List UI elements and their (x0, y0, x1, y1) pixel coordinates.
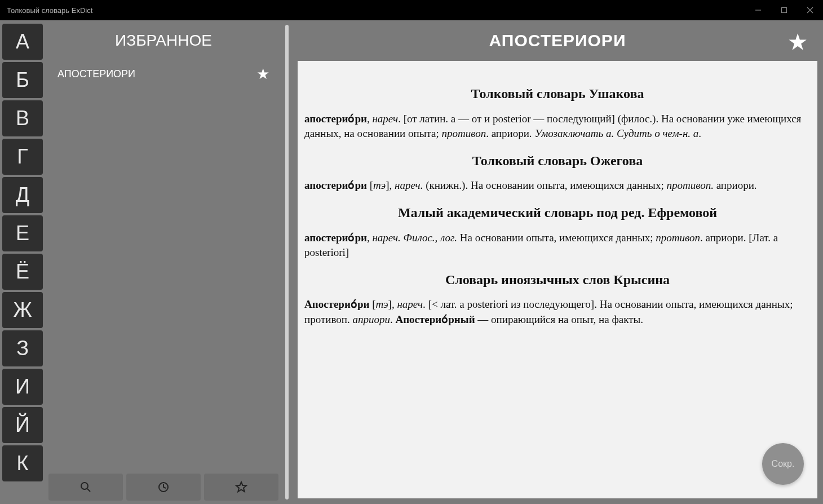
article-header: АПОСТЕРИОРИ ★ (292, 20, 823, 61)
svg-point-4 (81, 483, 88, 489)
maximize-button[interactable] (771, 0, 797, 20)
close-icon (807, 7, 813, 14)
favorites-header: ИЗБРАННОЕ (45, 20, 282, 61)
alphabet-column: АБВГДЕЁЖЗИЙК (0, 20, 45, 504)
app-body: АБВГДЕЁЖЗИЙК ИЗБРАННОЕ АПОСТЕРИОРИ★ АПОС… (0, 20, 823, 504)
minimize-button[interactable] (745, 0, 771, 20)
alpha-letter-Й[interactable]: Й (2, 407, 43, 443)
panel-divider[interactable] (285, 25, 289, 499)
dictionary-entry: апостерио́ри, нареч. Филос., лог. На осн… (304, 231, 811, 260)
favorites-tab[interactable] (204, 474, 278, 501)
alpha-letter-Е[interactable]: Е (2, 215, 43, 251)
article-title: АПОСТЕРИОРИ (489, 31, 626, 50)
favorite-word: АПОСТЕРИОРИ (57, 68, 135, 80)
alpha-letter-Б[interactable]: Б (2, 62, 43, 98)
search-icon (79, 480, 92, 494)
left-panel: ИЗБРАННОЕ АПОСТЕРИОРИ★ (45, 20, 282, 504)
minimize-icon (755, 7, 762, 14)
alpha-letter-В[interactable]: В (2, 100, 43, 136)
dictionary-heading: Словарь иноязычных слов Крысина (304, 271, 811, 290)
favorite-item[interactable]: АПОСТЕРИОРИ★ (54, 61, 273, 87)
window-controls (745, 0, 823, 20)
search-tab[interactable] (48, 474, 123, 501)
svg-marker-7 (236, 482, 246, 492)
close-button[interactable] (797, 0, 823, 20)
dictionary-heading: Малый академический словарь под ред. Ефр… (304, 204, 811, 223)
alpha-letter-А[interactable]: А (2, 24, 43, 60)
alpha-letter-З[interactable]: З (2, 330, 43, 366)
star-icon (234, 480, 248, 494)
svg-rect-1 (782, 8, 787, 13)
alpha-letter-Г[interactable]: Г (2, 139, 43, 175)
dictionary-heading: Толковый словарь Ожегова (304, 152, 811, 171)
star-icon[interactable]: ★ (256, 65, 269, 83)
alpha-letter-Ё[interactable]: Ё (2, 254, 43, 290)
article-body: Толковый словарь Ушаковаапостерио́ри, на… (298, 61, 817, 498)
clock-icon (157, 480, 170, 494)
abbreviations-fab[interactable]: Сокр. (762, 443, 804, 485)
maximize-icon (781, 7, 787, 14)
bottom-tabs (45, 470, 282, 504)
history-tab[interactable] (126, 474, 201, 501)
dictionary-entry: апостерио́ри, нареч. [от латин. a — от и… (304, 112, 811, 142)
alpha-letter-Д[interactable]: Д (2, 177, 43, 213)
window-title: Толковый словарь ExDict (7, 6, 92, 15)
dictionary-entry: апостерио́ри [тэ], нареч. (книжн.). На о… (304, 178, 811, 193)
titlebar: Толковый словарь ExDict (0, 0, 823, 20)
alpha-letter-К[interactable]: К (2, 445, 43, 481)
dictionary-heading: Толковый словарь Ушакова (304, 85, 811, 104)
fab-label: Сокр. (772, 459, 795, 469)
favorite-toggle[interactable]: ★ (789, 30, 807, 54)
alpha-letter-И[interactable]: И (2, 369, 43, 405)
svg-line-5 (87, 489, 90, 492)
alpha-letter-Ж[interactable]: Ж (2, 292, 43, 328)
favorites-list: АПОСТЕРИОРИ★ (45, 61, 282, 470)
right-panel: АПОСТЕРИОРИ ★ Толковый словарь Ушаковаап… (292, 20, 823, 504)
dictionary-entry: Апостерио́ри [тэ], нареч. [< лат. a post… (304, 297, 811, 327)
